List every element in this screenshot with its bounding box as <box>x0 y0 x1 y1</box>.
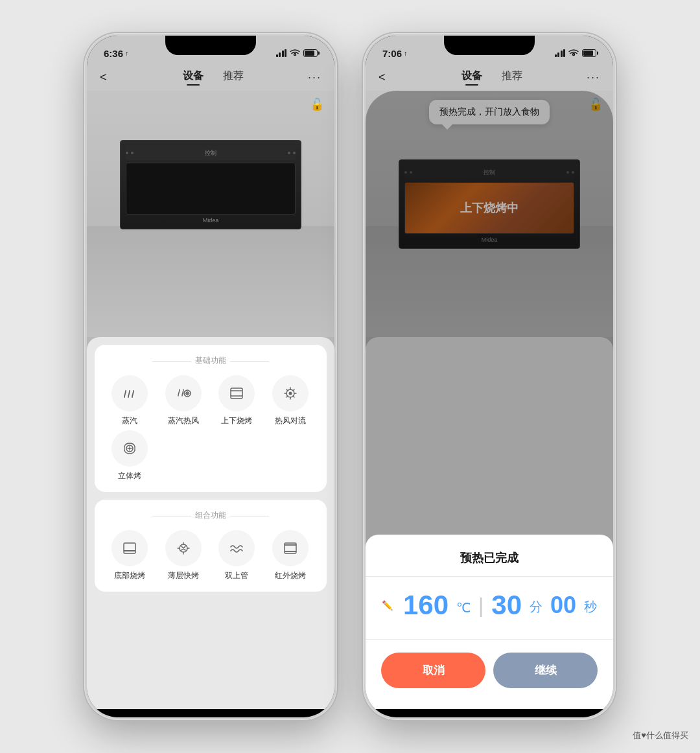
modal-divider <box>366 576 613 577</box>
bottom-panel-1: 基础功能 蒸汽 <box>87 337 334 709</box>
phone-1: 6:36 ↑ <box>84 33 337 720</box>
battery-icon-1 <box>303 49 318 57</box>
double-top-label: 双上管 <box>225 570 248 581</box>
back-button-2[interactable]: < <box>379 71 398 84</box>
func-hot-air[interactable]: 热风对流 <box>266 375 316 426</box>
home-indicator-2 <box>447 714 531 717</box>
cancel-button[interactable]: 取消 <box>381 653 485 688</box>
nav-bar-1: < 设备 推荐 ··· <box>87 64 334 91</box>
hot-air-label: 热风对流 <box>275 415 306 426</box>
double-top-icon <box>218 530 255 566</box>
oven-brand-1: Midea <box>126 217 296 224</box>
func-steam-hot-air[interactable]: 蒸汽热风 <box>159 375 209 426</box>
status-icons-1 <box>276 49 318 58</box>
battery-icon-2 <box>582 49 596 57</box>
steam-hot-air-label: 蒸汽热风 <box>168 415 199 426</box>
tab-recommend-1[interactable]: 推荐 <box>223 69 244 86</box>
bottom-bake-label: 底部烧烤 <box>114 570 145 581</box>
status-time-2: 7:06 ↑ <box>382 48 408 59</box>
func-steam[interactable]: 蒸汽 <box>105 375 155 426</box>
nav-tabs-1: 设备 推荐 <box>183 69 244 86</box>
hot-air-icon <box>272 375 309 411</box>
more-button-1[interactable]: ··· <box>308 71 321 84</box>
location-arrow-2: ↑ <box>404 49 408 57</box>
status-icons-2 <box>555 49 597 58</box>
back-button-1[interactable]: < <box>100 71 119 84</box>
status-time-1: 6:36 ↑ <box>104 48 129 59</box>
signal-icon-2 <box>555 49 566 57</box>
seconds-value: 00 <box>550 592 576 619</box>
wifi-icon-1 <box>290 49 300 58</box>
oven-window-1 <box>126 163 296 214</box>
seconds-unit: 秒 <box>584 598 597 616</box>
oven-1: 控制 Midea <box>120 140 301 229</box>
modal-divider-2 <box>366 639 613 640</box>
minutes-value: 30 <box>491 590 522 621</box>
more-button-2[interactable]: ··· <box>587 71 600 84</box>
func-infrared[interactable]: 红外烧烤 <box>266 530 316 581</box>
home-indicator-1 <box>169 714 253 717</box>
wifi-icon-2 <box>568 49 579 58</box>
modal-title: 预热已完成 <box>381 550 598 566</box>
continue-button[interactable]: 继续 <box>493 653 598 688</box>
combo-functions-grid: 底部烧烤 <box>105 530 316 581</box>
kitchen-bg-2: 预热完成，开门放入食物 控制 上下烧烤中 Mid <box>366 91 613 709</box>
bottom-bake-icon <box>111 530 148 566</box>
3d-bake-icon <box>111 430 148 467</box>
oven-panel-1: 控制 <box>126 146 296 160</box>
steam-label: 蒸汽 <box>122 415 137 426</box>
combo-functions-card: 组合功能 底部烧烤 <box>95 500 327 592</box>
kitchen-bg-1: 控制 Midea 🔓 基础功能 <box>87 91 334 709</box>
modal-card: 预热已完成 ✏️ 160 ℃ | 30 分 00 秒 <box>366 535 613 709</box>
modal-buttons: 取消 继续 <box>381 653 598 688</box>
svg-rect-7 <box>124 543 135 553</box>
kitchen-top-1: 控制 Midea 🔓 <box>87 91 334 337</box>
func-thin-quick[interactable]: 薄层快烤 <box>159 530 209 581</box>
func-bottom-bake[interactable]: 底部烧烤 <box>105 530 155 581</box>
signal-icon-1 <box>276 49 287 57</box>
param-divider: | <box>478 594 484 618</box>
minutes-unit: 分 <box>530 598 542 616</box>
location-arrow-1: ↑ <box>125 49 129 57</box>
temperature-value: 160 <box>403 590 449 621</box>
notch <box>165 36 256 55</box>
svg-point-5 <box>288 392 292 395</box>
tab-device-1[interactable]: 设备 <box>183 69 204 86</box>
nav-bar-2: < 设备 推荐 ··· <box>366 64 613 91</box>
top-bottom-label: 上下烧烤 <box>221 415 252 426</box>
phone-2: 7:06 ↑ <box>363 33 616 720</box>
combo-functions-title: 组合功能 <box>105 510 316 521</box>
time-display-1: 6:36 <box>104 48 123 59</box>
watermark: 值♥什么值得买 <box>633 730 688 741</box>
basic-functions-card: 基础功能 蒸汽 <box>95 345 327 492</box>
steam-hot-air-icon <box>165 375 202 411</box>
edit-icon[interactable]: ✏️ <box>382 600 393 610</box>
time-display-2: 7:06 <box>382 48 402 59</box>
basic-functions-title: 基础功能 <box>105 355 316 366</box>
notch-2 <box>444 36 535 55</box>
infrared-icon <box>272 530 309 566</box>
page-wrapper: 6:36 ↑ <box>0 0 700 753</box>
tab-recommend-2[interactable]: 推荐 <box>502 69 522 86</box>
lock-icon-1: 🔓 <box>310 97 324 111</box>
func-3d-bake[interactable]: 立体烤 <box>105 430 155 481</box>
nav-tabs-2: 设备 推荐 <box>461 69 522 86</box>
thin-quick-icon <box>165 530 202 566</box>
steam-icon <box>111 375 148 411</box>
func-double-top[interactable]: 双上管 <box>212 530 262 581</box>
3d-bake-label: 立体烤 <box>118 470 141 481</box>
basic-functions-grid: 蒸汽 <box>105 375 316 481</box>
top-bottom-icon <box>218 375 255 411</box>
func-top-bottom[interactable]: 上下烧烤 <box>212 375 262 426</box>
modal-params: ✏️ 160 ℃ | 30 分 00 秒 <box>381 590 598 621</box>
svg-rect-1 <box>231 388 242 399</box>
infrared-label: 红外烧烤 <box>275 570 306 581</box>
tab-device-2[interactable]: 设备 <box>461 69 482 86</box>
modal-overlay: 预热已完成 ✏️ 160 ℃ | 30 分 00 秒 <box>366 91 613 709</box>
thin-quick-label: 薄层快烤 <box>168 570 199 581</box>
temperature-unit: ℃ <box>456 600 471 616</box>
